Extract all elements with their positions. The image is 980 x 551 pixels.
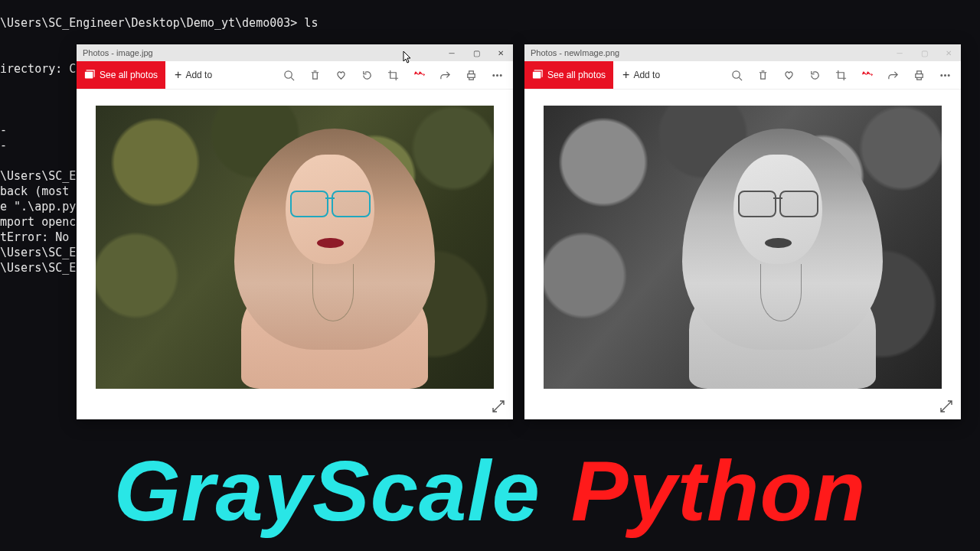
fullscreen-button[interactable] xyxy=(492,399,505,413)
mouse-cursor xyxy=(403,51,412,64)
toolbar-icons xyxy=(669,61,961,89)
more-icon[interactable] xyxy=(484,61,510,89)
window-title: Photos - newImage.png xyxy=(524,48,887,57)
window-controls: ─ ▢ ✕ xyxy=(439,44,513,61)
see-all-label: See all photos xyxy=(547,70,606,80)
photo-grayscale xyxy=(544,106,942,389)
toolbar: See all photos + Add to xyxy=(524,61,961,90)
svg-rect-0 xyxy=(85,72,93,79)
crop-icon[interactable] xyxy=(828,61,854,89)
more-icon[interactable] xyxy=(932,61,958,89)
collection-icon xyxy=(84,70,95,80)
toolbar-icons xyxy=(221,61,513,89)
svg-point-11 xyxy=(940,74,942,76)
svg-point-4 xyxy=(492,74,494,76)
svg-marker-2 xyxy=(423,73,425,76)
svg-point-1 xyxy=(284,70,291,77)
edit-icon[interactable] xyxy=(406,61,432,89)
caption: GrayScalePython xyxy=(0,442,980,540)
share-icon[interactable] xyxy=(880,61,906,89)
svg-rect-3 xyxy=(467,73,474,77)
share-icon[interactable] xyxy=(432,61,458,89)
subject xyxy=(671,129,893,389)
toolbar: See all photos + Add to xyxy=(77,61,513,90)
photos-window-gray: Photos - newImage.png ─ ▢ ✕ See all phot… xyxy=(524,44,961,419)
maximize-button[interactable]: ▢ xyxy=(912,44,936,61)
caption-word-2: Python xyxy=(571,443,867,539)
maximize-button[interactable]: ▢ xyxy=(464,44,488,61)
minimize-button[interactable]: ─ xyxy=(887,44,912,61)
crop-icon[interactable] xyxy=(380,61,406,89)
rotate-icon[interactable] xyxy=(802,61,828,89)
svg-point-5 xyxy=(496,74,498,76)
zoom-icon[interactable] xyxy=(276,61,302,89)
favorite-icon[interactable] xyxy=(328,61,354,89)
see-all-label: See all photos xyxy=(100,70,158,80)
svg-point-13 xyxy=(948,74,949,76)
window-controls: ─ ▢ ✕ xyxy=(887,44,961,61)
fullscreen-button[interactable] xyxy=(939,399,953,413)
delete-icon[interactable] xyxy=(750,61,776,89)
image-viewport[interactable] xyxy=(96,106,494,389)
titlebar[interactable]: Photos - newImage.png ─ ▢ ✕ xyxy=(524,44,961,61)
zoom-icon[interactable] xyxy=(724,61,750,89)
subject xyxy=(223,129,446,389)
svg-marker-9 xyxy=(871,73,873,76)
lips xyxy=(765,238,792,249)
see-all-photos-button[interactable]: See all photos xyxy=(77,61,165,89)
photos-window-color: Photos - image.jpg ─ ▢ ✕ See all photos … xyxy=(77,44,513,419)
photo-color xyxy=(96,106,494,389)
glasses xyxy=(290,191,371,214)
rotate-icon[interactable] xyxy=(354,61,380,89)
image-viewport[interactable] xyxy=(544,106,942,389)
svg-rect-7 xyxy=(533,72,541,79)
add-to-label: Add to xyxy=(633,70,660,80)
collection-icon xyxy=(532,70,543,80)
add-to-label: Add to xyxy=(185,70,212,80)
add-to-button[interactable]: + Add to xyxy=(165,69,221,81)
edit-icon[interactable] xyxy=(854,61,880,89)
see-all-photos-button[interactable]: See all photos xyxy=(524,61,613,89)
svg-point-6 xyxy=(500,74,501,76)
titlebar[interactable]: Photos - image.jpg ─ ▢ ✕ xyxy=(77,44,513,61)
plus-icon: + xyxy=(622,69,629,81)
print-icon[interactable] xyxy=(458,61,484,89)
print-icon[interactable] xyxy=(906,61,932,89)
minimize-button[interactable]: ─ xyxy=(439,44,464,61)
svg-point-8 xyxy=(732,70,739,77)
favorite-icon[interactable] xyxy=(776,61,802,89)
plus-icon: + xyxy=(175,69,181,81)
glasses xyxy=(738,191,818,214)
add-to-button[interactable]: + Add to xyxy=(613,69,669,81)
window-title: Photos - image.jpg xyxy=(77,48,439,57)
close-button[interactable]: ✕ xyxy=(936,44,961,61)
delete-icon[interactable] xyxy=(302,61,328,89)
caption-word-1: GrayScale xyxy=(114,443,541,539)
svg-point-12 xyxy=(944,74,946,76)
close-button[interactable]: ✕ xyxy=(488,44,513,61)
lips xyxy=(317,238,344,249)
svg-rect-10 xyxy=(915,73,922,77)
